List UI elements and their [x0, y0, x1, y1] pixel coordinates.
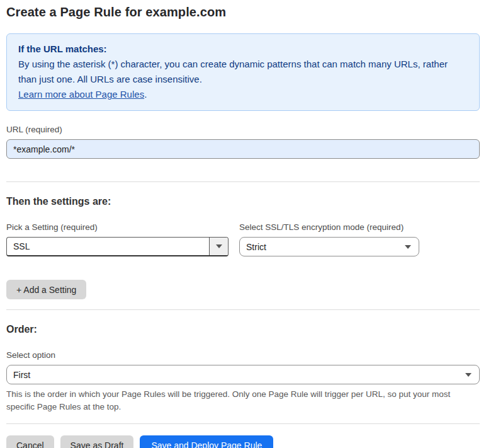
url-input[interactable]: [6, 139, 480, 159]
setting-picker-group: Pick a Setting (required) SSL: [6, 222, 229, 256]
info-box-body: By using the asterisk (*) character, you…: [18, 57, 468, 87]
setting-picker-select[interactable]: SSL: [6, 237, 229, 256]
url-field-label: URL (required): [6, 125, 480, 134]
order-section-heading: Order:: [6, 324, 480, 335]
chevron-down-icon: [465, 373, 472, 377]
ssl-mode-picker-group: Select SSL/TLS encryption mode (required…: [239, 222, 419, 256]
ssl-mode-value: Strict: [246, 242, 266, 252]
divider: [6, 309, 480, 310]
setting-picker-label: Pick a Setting (required): [6, 222, 229, 232]
save-draft-button[interactable]: Save as Draft: [60, 435, 134, 448]
settings-section-heading: Then the settings are:: [6, 196, 480, 207]
info-box-heading: If the URL matches:: [18, 42, 468, 57]
setting-picker-arrow-section[interactable]: [209, 238, 228, 255]
order-select-value: First: [13, 370, 30, 380]
divider: [6, 181, 480, 182]
order-select-label: Select option: [6, 350, 480, 360]
divider: [6, 423, 480, 424]
setting-picker-value: SSL: [7, 238, 209, 255]
settings-row: Pick a Setting (required) SSL Select SSL…: [6, 222, 480, 256]
chevron-down-icon: [405, 245, 411, 249]
save-deploy-button[interactable]: Save and Deploy Page Rule: [140, 435, 273, 448]
ssl-mode-picker-label: Select SSL/TLS encryption mode (required…: [239, 222, 419, 232]
order-select-wrap: First: [6, 365, 480, 384]
learn-more-link[interactable]: Learn more about Page Rules: [18, 89, 144, 100]
cancel-button[interactable]: Cancel: [6, 435, 54, 448]
chevron-down-icon: [216, 244, 222, 248]
order-select[interactable]: First: [6, 365, 480, 384]
page-title: Create a Page Rule for example.com: [6, 5, 480, 20]
ssl-mode-select[interactable]: Strict: [239, 237, 419, 256]
link-suffix: .: [144, 89, 147, 100]
add-setting-button[interactable]: + Add a Setting: [6, 280, 86, 299]
footer-actions: Cancel Save as Draft Save and Deploy Pag…: [6, 435, 480, 448]
order-help-text: This is the order in which your Page Rul…: [6, 388, 472, 413]
info-box-link-line: Learn more about Page Rules.: [18, 87, 468, 102]
page-rule-form: Create a Page Rule for example.com If th…: [0, 0, 486, 448]
url-match-info-box: If the URL matches: By using the asteris…: [6, 33, 480, 111]
